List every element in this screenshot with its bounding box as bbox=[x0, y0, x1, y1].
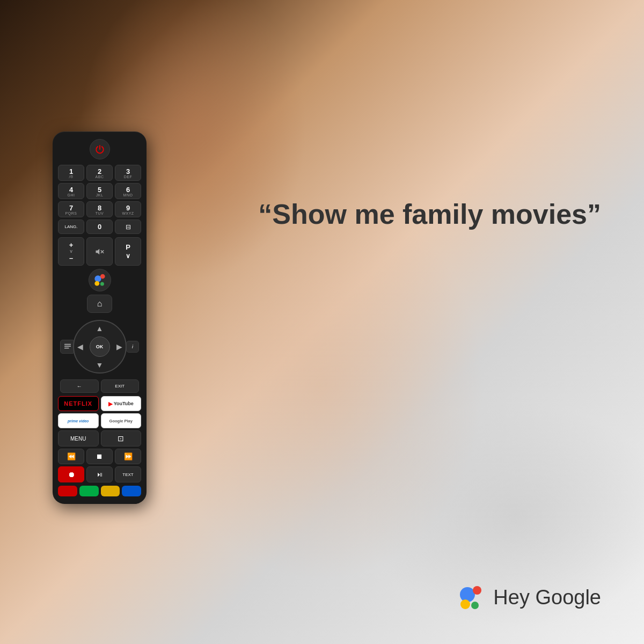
vol-up-button[interactable]: + bbox=[69, 241, 74, 249]
volume-controls: + V – bbox=[58, 237, 84, 266]
lang-button[interactable]: LANG. bbox=[58, 219, 84, 234]
num-btn-7[interactable]: 7PQRS bbox=[58, 201, 84, 217]
tv-remote: 1/® 2ABC 3DEF 4GHI 5JKL 6MNO 7PQRS 8TUV … bbox=[53, 131, 147, 504]
svg-point-3 bbox=[471, 602, 479, 609]
vol-ch-row: + V – P ∨ bbox=[58, 237, 141, 266]
ok-button[interactable]: OK bbox=[90, 336, 110, 357]
home-button[interactable]: ⌂ bbox=[87, 295, 113, 313]
fast-forward-button[interactable]: ⏩ bbox=[115, 449, 141, 464]
svg-rect-11 bbox=[64, 346, 71, 347]
misc-row: LANG. 0 ⊟ bbox=[58, 219, 141, 234]
dpad-down[interactable]: ▼ bbox=[96, 361, 104, 369]
info-section: i bbox=[126, 341, 139, 353]
rewind-button[interactable]: ⏪ bbox=[58, 449, 84, 464]
svg-point-9 bbox=[100, 282, 104, 286]
ch-up-button[interactable]: P bbox=[126, 243, 130, 251]
num-btn-5[interactable]: 5JKL bbox=[86, 183, 113, 199]
netflix-button[interactable]: NETFLIX bbox=[58, 396, 99, 411]
svg-point-8 bbox=[94, 281, 99, 286]
input-button[interactable]: ⊡ bbox=[101, 430, 142, 447]
dpad-circle[interactable]: ▲ ▼ ◀ ▶ OK bbox=[73, 320, 127, 374]
svg-point-2 bbox=[460, 599, 470, 609]
play-pause-button[interactable]: ⏯ bbox=[86, 466, 113, 482]
record-button[interactable]: ⏺ bbox=[58, 466, 84, 482]
navigation-area: ▲ ▼ ◀ ▶ OK i bbox=[58, 317, 141, 376]
color-buttons bbox=[58, 486, 141, 496]
google-play-label: Google Play bbox=[109, 419, 133, 423]
channel-controls: P ∨ bbox=[115, 237, 141, 266]
prime-video-button[interactable]: prime video bbox=[58, 413, 99, 428]
power-section bbox=[58, 139, 141, 159]
num-btn-1[interactable]: 1/® bbox=[58, 165, 84, 181]
transport-controls: ⏪ ⏹ ⏩ bbox=[58, 449, 141, 464]
blue-button[interactable] bbox=[122, 486, 141, 496]
google-assistant-icon bbox=[457, 583, 486, 612]
stop-button[interactable]: ⏹ bbox=[86, 449, 113, 464]
svg-rect-10 bbox=[64, 344, 71, 345]
dpad-right[interactable]: ▶ bbox=[116, 342, 122, 351]
svg-point-7 bbox=[100, 274, 105, 279]
green-button[interactable] bbox=[79, 486, 99, 496]
google-assistant-button[interactable] bbox=[89, 269, 111, 291]
svg-point-0 bbox=[460, 587, 475, 602]
num-btn-3[interactable]: 3DEF bbox=[115, 165, 141, 181]
quote-text: “Show me family movies” bbox=[258, 199, 601, 230]
num-btn-2[interactable]: 2ABC bbox=[86, 165, 113, 181]
num-btn-0[interactable]: 0 bbox=[86, 219, 113, 234]
power-button[interactable] bbox=[90, 139, 110, 159]
svg-point-1 bbox=[473, 586, 481, 595]
dpad-left[interactable]: ◀ bbox=[77, 342, 83, 351]
bottom-controls: ⏺ ⏯ TEXT bbox=[58, 466, 141, 482]
red-button[interactable] bbox=[58, 486, 77, 496]
back-button[interactable]: ← bbox=[60, 379, 99, 393]
google-play-button[interactable]: Google Play bbox=[101, 413, 142, 428]
ch-down-button[interactable]: ∨ bbox=[126, 252, 130, 260]
subtitle-button[interactable]: ⊟ bbox=[115, 219, 141, 234]
netflix-label: NETFLIX bbox=[64, 400, 92, 407]
number-grid: 1/® 2ABC 3DEF 4GHI 5JKL 6MNO 7PQRS 8TUV … bbox=[58, 165, 141, 217]
num-btn-6[interactable]: 6MNO bbox=[115, 183, 141, 199]
menu-button[interactable]: MENU bbox=[58, 430, 99, 447]
mute-button[interactable] bbox=[86, 237, 113, 266]
voice-command-quote: “Show me family movies” bbox=[258, 199, 601, 231]
youtube-label: YouTube bbox=[114, 401, 134, 406]
back-exit-row: ← EXIT bbox=[58, 379, 141, 393]
vol-down-button[interactable]: – bbox=[69, 254, 73, 262]
hey-google-branding: Hey Google bbox=[457, 583, 601, 612]
home-section: ⌂ bbox=[58, 295, 141, 313]
menu-input-row: MENU ⊡ bbox=[58, 430, 141, 447]
info-button[interactable]: i bbox=[126, 341, 139, 353]
text-button[interactable]: TEXT bbox=[115, 466, 141, 482]
dpad-up[interactable]: ▲ bbox=[96, 324, 104, 333]
num-btn-4[interactable]: 4GHI bbox=[58, 183, 84, 199]
num-btn-8[interactable]: 8TUV bbox=[86, 201, 113, 217]
google-assistant-section bbox=[58, 269, 141, 291]
prime-label: prime video bbox=[68, 419, 89, 423]
svg-rect-12 bbox=[64, 348, 69, 349]
hey-google-label: Hey Google bbox=[493, 586, 601, 609]
app-buttons: NETFLIX ▶ YouTube prime video Google Pla… bbox=[58, 396, 141, 428]
yellow-button[interactable] bbox=[101, 486, 120, 496]
svg-point-6 bbox=[94, 275, 101, 282]
num-btn-9[interactable]: 9WXYZ bbox=[115, 201, 141, 217]
exit-button[interactable]: EXIT bbox=[101, 379, 140, 393]
youtube-button[interactable]: ▶ YouTube bbox=[101, 396, 142, 411]
